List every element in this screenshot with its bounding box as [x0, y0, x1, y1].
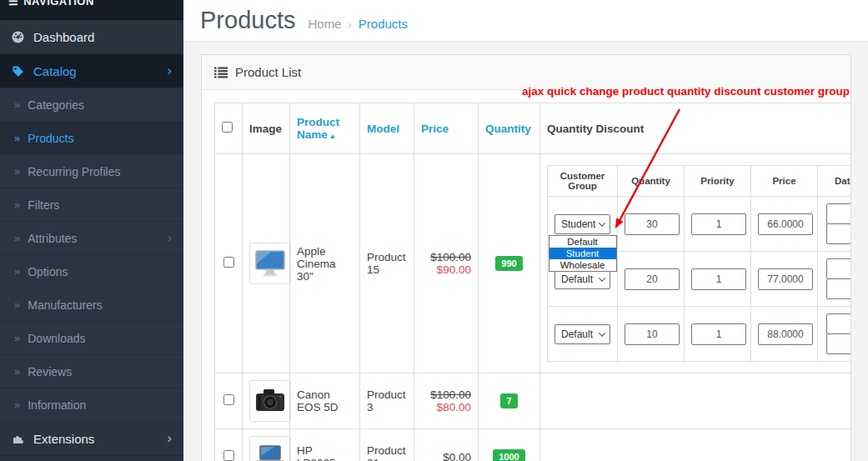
- price-special: $80.00: [421, 401, 471, 413]
- sidebar-item-recurring-profiles[interactable]: » Recurring Profiles: [0, 155, 183, 188]
- tag-icon: [12, 65, 24, 78]
- sidebar-item-label: Products: [28, 132, 73, 145]
- sidebar-item-categories[interactable]: » Categories: [0, 88, 183, 122]
- sidebar-item-label: Recurring Profiles: [28, 165, 120, 178]
- column-header-product-name[interactable]: Product Name ▴: [297, 116, 339, 141]
- select-all-checkbox[interactable]: [222, 122, 233, 133]
- discount-price-input[interactable]: [758, 323, 813, 345]
- column-header-price[interactable]: Price: [421, 123, 449, 135]
- dropdown-option-wholesale[interactable]: Wholesale: [549, 259, 616, 271]
- product-name-cell: Canon EOS 5D: [290, 373, 360, 429]
- product-price-cell: $0.00: [414, 429, 479, 461]
- date-end-input[interactable]: [826, 333, 850, 354]
- column-header-model[interactable]: Model: [367, 123, 399, 135]
- date-range-fields: [826, 203, 850, 244]
- sidebar-item-manufacturers[interactable]: » Manufacturers: [0, 288, 183, 322]
- sidebar-item-label: Catalog: [33, 64, 77, 78]
- customer-group-select[interactable]: Default: [554, 324, 610, 344]
- double-angle-icon: »: [14, 165, 20, 178]
- date-start-input[interactable]: [826, 313, 850, 334]
- breadcrumb-home-link[interactable]: Home: [308, 17, 341, 31]
- chevron-down-icon: [599, 329, 605, 336]
- double-angle-icon: »: [14, 398, 20, 411]
- row-checkbox[interactable]: [223, 394, 234, 405]
- discount-header-row: Customer Group Quantity Priority Price D…: [548, 166, 851, 197]
- hp-laptop-image: [253, 443, 288, 461]
- date-start-input[interactable]: [826, 203, 850, 224]
- column-header-image: Image: [243, 103, 290, 154]
- sidebar-item-information[interactable]: » Information: [0, 388, 183, 422]
- double-angle-icon: »: [14, 332, 20, 344]
- product-name-cell: HP LP3065: [290, 429, 360, 461]
- list-icon: [214, 67, 228, 78]
- discount-quantity-input[interactable]: [625, 268, 680, 290]
- customer-group-select[interactable]: Default: [554, 269, 610, 289]
- discount-priority-input[interactable]: [691, 213, 746, 235]
- catalog-submenu: » Categories » Products » Recurring Prof…: [0, 88, 183, 422]
- discount-priority-input[interactable]: [691, 323, 746, 345]
- sidebar-item-dashboard[interactable]: Dashboard: [0, 20, 183, 54]
- sidebar-item-label: Extensions: [33, 432, 94, 446]
- discount-col-customer-group: Customer Group: [548, 166, 618, 197]
- discount-price-input[interactable]: [758, 268, 813, 290]
- discount-quantity-input[interactable]: [625, 213, 680, 235]
- date-range-fields: [826, 258, 850, 299]
- price-old: $100.00: [421, 388, 471, 401]
- row-checkbox[interactable]: [223, 257, 234, 268]
- main-content: Products Home › Products Product List: [183, 0, 868, 461]
- sidebar-item-label: Filters: [28, 198, 59, 212]
- date-end-input[interactable]: [826, 278, 850, 299]
- discount-price-input[interactable]: [758, 213, 813, 235]
- sidebar-item-downloads[interactable]: » Downloads: [0, 322, 183, 355]
- chevron-right-icon: ›: [168, 232, 172, 243]
- chevron-right-icon: ›: [167, 431, 172, 445]
- content-area: Product List: [183, 42, 868, 461]
- sidebar-item-catalog[interactable]: Catalog ›: [0, 54, 183, 88]
- column-header-quantity[interactable]: Quantity: [485, 123, 531, 135]
- sidebar-item-reviews[interactable]: » Reviews: [0, 355, 183, 388]
- sidebar-item-options[interactable]: » Options: [0, 255, 183, 288]
- product-model-cell: Product 15: [360, 154, 414, 373]
- product-name-cell: Apple Cinema 30": [290, 154, 360, 373]
- customer-group-dropdown: Default Student Wholesale: [549, 235, 617, 272]
- product-model-cell: Product 3: [360, 373, 414, 429]
- hamburger-icon: ☰: [8, 0, 18, 8]
- discount-col-price: Price: [751, 166, 818, 197]
- page-title: Products: [200, 0, 295, 40]
- chevron-right-icon: ›: [167, 63, 172, 78]
- product-thumbnail: [249, 380, 291, 422]
- dropdown-option-student[interactable]: Student: [549, 248, 616, 259]
- date-range-fields: [826, 313, 850, 354]
- product-thumbnail: [249, 436, 291, 461]
- price-special: $90.00: [421, 263, 471, 276]
- date-start-input[interactable]: [826, 258, 850, 279]
- sidebar-item-label: Options: [28, 265, 68, 278]
- discount-row: Default: [548, 307, 851, 362]
- sidebar-navigation: ☰ NAVIGATION Dashboard Catalog › » Categ…: [0, 0, 183, 461]
- discount-priority-input[interactable]: [691, 268, 746, 290]
- discount-quantity-input[interactable]: [625, 323, 680, 345]
- sidebar-item-label: Attributes: [28, 232, 77, 245]
- sort-asc-icon: ▴: [331, 132, 335, 140]
- product-price-cell: $100.00 $90.00: [414, 154, 479, 373]
- sidebar-item-label: Information: [28, 398, 86, 412]
- sidebar-item-products[interactable]: » Products: [0, 122, 183, 155]
- sidebar-filler: [0, 456, 183, 461]
- customer-group-select[interactable]: Student: [554, 214, 610, 234]
- double-angle-icon: »: [14, 232, 20, 244]
- double-angle-icon: »: [14, 198, 20, 211]
- product-row: HP LP3065 Product 21 $0.00 1000: [215, 429, 851, 461]
- app-window: ☰ NAVIGATION Dashboard Catalog › » Categ…: [0, 0, 868, 461]
- sidebar-item-label: Reviews: [28, 365, 72, 378]
- sidebar-item-filters[interactable]: » Filters: [0, 188, 183, 222]
- sidebar-item-attributes[interactable]: » Attributes ›: [0, 222, 183, 255]
- discount-table: Customer Group Quantity Priority Price D…: [547, 165, 850, 362]
- dropdown-option-default[interactable]: Default: [549, 236, 616, 248]
- date-end-input[interactable]: [826, 223, 850, 244]
- chevron-down-icon: [599, 219, 605, 226]
- sidebar-item-extensions[interactable]: Extensions ›: [0, 422, 183, 456]
- sidebar-item-label: Dashboard: [33, 30, 94, 44]
- panel-body: Image Product Name ▴ Model Price Quantit…: [202, 90, 850, 461]
- row-checkbox[interactable]: [223, 450, 234, 461]
- breadcrumb-products-link[interactable]: Products: [359, 17, 408, 31]
